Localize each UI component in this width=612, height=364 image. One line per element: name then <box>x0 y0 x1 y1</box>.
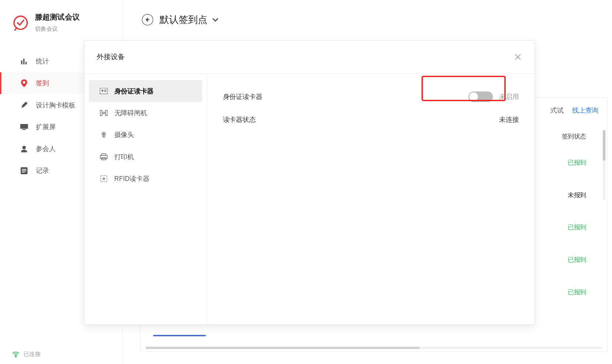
tab-partial-text: 式试 <box>550 106 564 115</box>
svg-point-17 <box>16 356 16 357</box>
svg-rect-14 <box>22 169 26 170</box>
bar-chart-icon <box>20 57 28 65</box>
printer-icon <box>99 152 108 161</box>
close-icon <box>515 53 522 60</box>
device-tab-label: RFID读卡器 <box>114 175 149 183</box>
svg-point-12 <box>22 146 25 149</box>
setting-row-status: 读卡器状态 未连接 <box>223 108 519 131</box>
column-header-status: 签到状态 <box>562 133 586 140</box>
svg-rect-15 <box>22 171 26 171</box>
dialog-header: 外接设备 <box>85 41 534 74</box>
person-icon <box>20 145 28 153</box>
device-category-list: 身份证读卡器 无障碍闸机 摄像头 打印机 RFID读卡器 <box>85 74 207 324</box>
dialog-title: 外接设备 <box>97 52 125 62</box>
svg-rect-16 <box>22 172 25 172</box>
pen-icon <box>20 101 28 109</box>
device-tab-label: 摄像头 <box>114 131 134 139</box>
svg-rect-24 <box>104 91 106 92</box>
svg-rect-21 <box>100 88 107 94</box>
device-tab-label: 打印机 <box>114 152 134 161</box>
device-tab-printer[interactable]: 打印机 <box>89 146 202 168</box>
device-tab-label: 身份证读卡器 <box>114 87 154 95</box>
svg-rect-25 <box>100 110 102 116</box>
device-tab-camera[interactable]: 摄像头 <box>89 124 202 146</box>
toggle-state-label: 未启用 <box>499 93 519 101</box>
chevron-down-icon <box>212 17 219 22</box>
toggle-group: 未启用 <box>468 92 519 102</box>
nav-label: 统计 <box>36 57 49 66</box>
toggle-knob <box>469 92 478 101</box>
checkpoint-title: 默认签到点 <box>159 13 207 27</box>
wifi-icon <box>12 351 19 357</box>
svg-rect-11 <box>22 129 25 130</box>
nav-label: 设计胸卡模板 <box>36 101 75 109</box>
status-cell: 未报到 <box>568 191 586 199</box>
location-pin-icon <box>20 79 28 87</box>
device-tab-rfid[interactable]: RFID读卡器 <box>89 168 202 189</box>
svg-rect-33 <box>101 176 107 182</box>
monitor-icon <box>20 123 28 131</box>
active-tab-underline <box>153 335 206 336</box>
svg-rect-10 <box>20 124 28 129</box>
svg-point-27 <box>103 112 105 114</box>
status-cell: 已报到 <box>568 289 586 296</box>
device-tab-label: 无障碍闸机 <box>114 109 147 117</box>
rfid-icon <box>99 174 108 183</box>
device-tab-gate[interactable]: 无障碍闸机 <box>89 102 202 124</box>
setting-label: 读卡器状态 <box>223 116 256 124</box>
svg-rect-9 <box>25 62 27 64</box>
brand-block: 滕超测试会议 切换会议 <box>0 0 122 41</box>
checkpoint-dropdown[interactable]: 默认签到点 <box>159 13 219 27</box>
status-cell: 已报到 <box>568 224 586 231</box>
svg-point-34 <box>103 178 105 180</box>
id-card-icon <box>99 87 108 96</box>
vscroll-thumb[interactable] <box>603 130 605 161</box>
list-icon <box>20 167 28 175</box>
svg-rect-23 <box>104 90 106 90</box>
nav-label: 签到 <box>36 79 49 87</box>
svg-rect-26 <box>106 110 107 116</box>
nav-label: 参会人 <box>36 145 55 153</box>
meeting-title: 滕超测试会议 <box>35 12 80 22</box>
breadcrumb: 默认签到点 <box>123 0 612 34</box>
switch-meeting-link[interactable]: 切换会议 <box>35 25 80 33</box>
status-cell: 已报到 <box>568 159 586 167</box>
dialog-body: 身份证读卡器 无障碍闸机 摄像头 打印机 RFID读卡器 身份证读卡器 <box>85 74 534 324</box>
external-devices-dialog: 外接设备 身份证读卡器 无障碍闸机 摄像头 打印机 <box>84 40 535 325</box>
reader-status-value: 未连接 <box>499 116 519 124</box>
svg-rect-7 <box>21 61 23 65</box>
arrow-left-icon <box>145 17 150 22</box>
hscroll-track <box>146 347 602 349</box>
svg-rect-8 <box>23 59 25 64</box>
svg-point-6 <box>14 16 27 29</box>
status-column-values: 已报到 未报到 已报到 已报到 已报到 <box>568 159 586 296</box>
connection-status: 已连接 <box>12 350 41 358</box>
nav-label: 扩展屏 <box>36 123 55 131</box>
device-settings-panel: 身份证读卡器 未启用 读卡器状态 未连接 <box>207 74 534 324</box>
panel-tabs: 式试 线上查询 <box>550 106 598 115</box>
setting-row-enable: 身份证读卡器 未启用 <box>223 85 519 108</box>
connection-label: 已连接 <box>24 350 41 358</box>
camera-icon <box>99 130 108 139</box>
tab-online-query[interactable]: 线上查询 <box>572 106 598 115</box>
back-button[interactable] <box>142 14 153 25</box>
dialog-close-button[interactable] <box>515 53 522 61</box>
svg-point-29 <box>103 133 104 135</box>
app-logo-icon <box>12 14 29 31</box>
gate-icon <box>99 109 108 117</box>
setting-label: 身份证读卡器 <box>223 93 262 101</box>
svg-point-22 <box>102 90 103 92</box>
enable-toggle[interactable] <box>468 92 493 102</box>
hscroll-thumb[interactable] <box>146 347 419 349</box>
status-cell: 已报到 <box>568 256 586 264</box>
device-tab-idcard-reader[interactable]: 身份证读卡器 <box>89 80 202 102</box>
nav-label: 记录 <box>36 166 49 175</box>
